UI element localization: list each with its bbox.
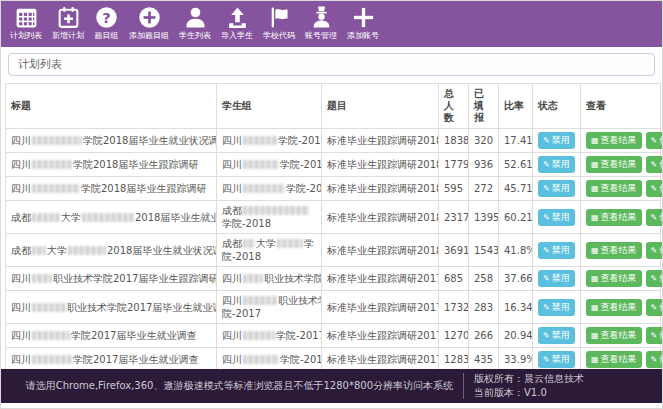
disable-icon: ✎ — [543, 136, 550, 145]
question-cell: 标准毕业生跟踪调研201701版 — [322, 348, 439, 372]
edit-button[interactable]: ✎修改 — [646, 209, 663, 226]
edit-label: 修改 — [659, 273, 663, 283]
redacted-text — [68, 246, 106, 255]
redacted-text — [243, 160, 279, 169]
text-segment: 学院-2018 — [280, 159, 322, 170]
plan-title-cell: 四川学院2018届毕业生就业状况调查 — [6, 129, 217, 153]
view-results-icon: ▦ — [591, 355, 599, 364]
redacted-text — [243, 296, 277, 305]
toolbar-item-student-list[interactable]: 学生列表 — [174, 3, 216, 44]
disable-button[interactable]: ✎禁用 — [538, 270, 575, 287]
redacted-text — [32, 246, 46, 255]
text-segment: 职业技术学 — [278, 295, 322, 306]
view-results-label: 查看结果 — [601, 245, 637, 255]
edit-label: 修改 — [659, 302, 663, 312]
text-segment: 四川 — [11, 354, 31, 365]
actions-cell: ▦查看结果✎修改 — [581, 153, 661, 177]
redacted-text — [243, 331, 275, 340]
disable-label: 禁用 — [552, 159, 570, 169]
rate-cell: 45.71% — [499, 177, 533, 201]
disable-button[interactable]: ✎禁用 — [538, 327, 575, 344]
edit-button[interactable]: ✎修改 — [646, 132, 663, 149]
toolbar-item-add-account[interactable]: 添加账号 — [342, 3, 384, 44]
edit-button[interactable]: ✎修改 — [646, 156, 663, 173]
table-row: 四川学院2017届毕业生就业调查四川学院-2017标准毕业生跟踪调研201701… — [6, 348, 661, 372]
filled-count-cell: 1543 — [469, 234, 499, 267]
edit-button[interactable]: ✎修改 — [646, 351, 663, 368]
text-segment: 四川 — [222, 330, 242, 341]
edit-button[interactable]: ✎修改 — [646, 180, 663, 197]
view-results-button[interactable]: ▦查看结果 — [586, 270, 642, 287]
disable-button[interactable]: ✎禁用 — [538, 180, 575, 197]
redacted-text — [32, 184, 80, 193]
disable-button[interactable]: ✎禁用 — [538, 209, 575, 226]
rate-cell: 41.8% — [499, 234, 533, 267]
disable-button[interactable]: ✎禁用 — [538, 156, 575, 173]
filled-count-cell: 272 — [469, 177, 499, 201]
flag-icon — [267, 5, 292, 30]
toolbar-item-new-plan[interactable]: 新增计划 — [47, 3, 89, 44]
view-results-button[interactable]: ▦查看结果 — [586, 299, 642, 316]
student-group-cell: 成都大学学院-2018 — [217, 234, 322, 267]
view-results-icon: ▦ — [591, 246, 599, 255]
view-results-button[interactable]: ▦查看结果 — [586, 209, 642, 226]
plan-title-cell: 四川学院2018届毕业生跟踪调研 — [6, 153, 217, 177]
edit-icon: ✎ — [651, 136, 658, 145]
plus-icon — [351, 5, 376, 30]
table-row: 四川学院2018届毕业生跟踪调研四川学院-2018标准毕业生跟踪调研201801… — [6, 153, 661, 177]
view-results-button[interactable]: ▦查看结果 — [586, 132, 642, 149]
column-header-total: 总人数 — [439, 84, 469, 129]
toolbar-item-import-students[interactable]: 导入学生 — [216, 3, 258, 44]
table-row: 四川职业技术学院2017届毕业生就业调查四川职业技术学院-2017标准毕业生跟踪… — [6, 291, 661, 324]
text-segment: 2018届毕业生就业状况调查 — [135, 212, 217, 223]
rate-cell: 16.34% — [499, 291, 533, 324]
footer-divider — [463, 373, 464, 399]
edit-button[interactable]: ✎修改 — [646, 270, 663, 287]
disable-button[interactable]: ✎禁用 — [538, 351, 575, 368]
question-circle-icon: ? — [94, 5, 119, 30]
total-count-cell: 1838 — [439, 129, 469, 153]
edit-button[interactable]: ✎修改 — [646, 327, 663, 344]
text-segment: 四川 — [222, 295, 242, 306]
view-results-label: 查看结果 — [601, 159, 637, 169]
text-segment: 院-2018 — [222, 251, 261, 262]
toolbar-item-account-management[interactable]: 账号管理 — [300, 3, 342, 44]
toolbar-item-school-code[interactable]: 学校代码 — [258, 3, 300, 44]
question-cell: 标准毕业生跟踪调研201801版 — [322, 201, 439, 234]
toolbar-item-add-question-group[interactable]: 添加题目组 — [124, 3, 174, 44]
redacted-text — [243, 239, 255, 248]
text-segment: 学院-2018 — [278, 135, 322, 146]
view-results-button[interactable]: ▦查看结果 — [586, 351, 642, 368]
disable-icon: ✎ — [543, 213, 550, 222]
text-segment: 四川 — [11, 135, 31, 146]
actions-cell: ▦查看结果✎修改 — [581, 201, 661, 234]
status-cell: ✎禁用 — [533, 177, 581, 201]
edit-button[interactable]: ✎修改 — [646, 299, 663, 316]
edit-icon: ✎ — [651, 246, 658, 255]
toolbar-item-plan-list[interactable]: 计划列表 — [5, 3, 47, 44]
toolbar-item-label: 新增计划 — [52, 31, 84, 41]
text-segment: 四川 — [11, 302, 31, 313]
plan-title-cell: 四川学院2018届毕业生跟踪调研 — [6, 177, 217, 201]
actions-cell: ▦查看结果✎修改 — [581, 324, 661, 348]
disable-button[interactable]: ✎禁用 — [538, 242, 575, 259]
disable-button[interactable]: ✎禁用 — [538, 299, 575, 316]
total-count-cell: 595 — [439, 177, 469, 201]
disable-label: 禁用 — [552, 135, 570, 145]
rate-cell: 33.9% — [499, 348, 533, 372]
total-count-cell: 2317 — [439, 201, 469, 234]
view-results-button[interactable]: ▦查看结果 — [586, 327, 642, 344]
edit-button[interactable]: ✎修改 — [646, 242, 663, 259]
view-results-button[interactable]: ▦查看结果 — [586, 180, 642, 197]
question-cell: 标准毕业生跟踪调研201701版 — [322, 267, 439, 291]
view-results-button[interactable]: ▦查看结果 — [586, 156, 642, 173]
redacted-text — [32, 136, 82, 145]
column-header-view: 查看 — [581, 84, 661, 129]
toolbar-item-question-group[interactable]: ? 题目组 — [89, 3, 124, 44]
disable-button[interactable]: ✎禁用 — [538, 132, 575, 149]
actions-cell: ▦查看结果✎修改 — [581, 234, 661, 267]
view-results-button[interactable]: ▦查看结果 — [586, 242, 642, 259]
status-cell: ✎禁用 — [533, 324, 581, 348]
breadcrumb-label: 计划列表 — [18, 58, 62, 71]
redacted-text — [32, 160, 72, 169]
